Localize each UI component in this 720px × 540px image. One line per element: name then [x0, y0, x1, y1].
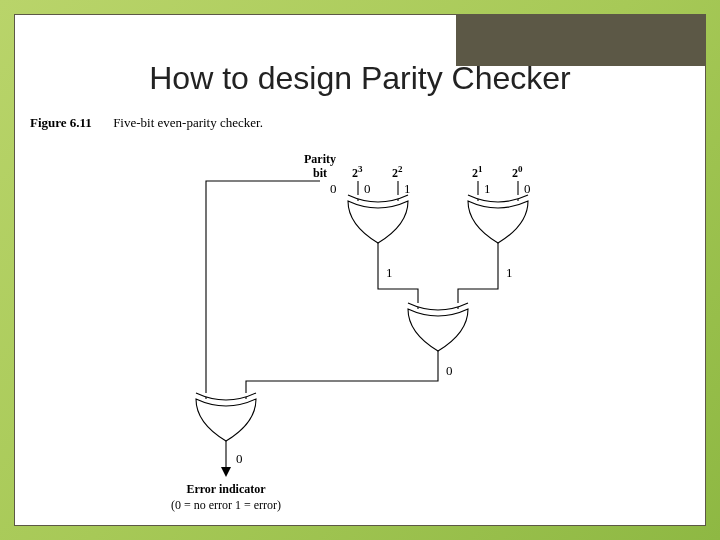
output-arrow-icon — [221, 467, 231, 477]
figure-caption: Figure 6.11 Five-bit even-parity checker… — [30, 115, 690, 131]
bit3-value: 0 — [364, 181, 371, 196]
figure-number: Figure 6.11 — [30, 115, 92, 130]
slide-title: How to design Parity Checker — [14, 60, 706, 97]
xor-gate-a — [348, 195, 408, 243]
gate-a-output: 1 — [386, 265, 393, 280]
circuit-svg: Parity bit 23 22 21 20 0 0 1 — [30, 149, 670, 519]
bit-header-2: 22 — [392, 164, 403, 180]
gate-b-output: 1 — [506, 265, 513, 280]
output-label: Error indicator — [186, 482, 266, 496]
parity-value: 0 — [330, 181, 337, 196]
figure: Figure 6.11 Five-bit even-parity checker… — [30, 115, 690, 520]
xor-gate-c — [408, 303, 468, 351]
gate-c-output: 0 — [446, 363, 453, 378]
figure-caption-text: Five-bit even-parity checker. — [113, 115, 263, 130]
xor-gate-d — [196, 393, 256, 441]
bit-header-3: 23 — [352, 164, 363, 180]
parity-label-2: bit — [313, 166, 327, 180]
bit-header-0: 20 — [512, 164, 523, 180]
bit-header-1: 21 — [472, 164, 483, 180]
bit2-value: 1 — [404, 181, 411, 196]
xor-gate-b — [468, 195, 528, 243]
parity-label-1: Parity — [304, 152, 336, 166]
bit0-value: 0 — [524, 181, 531, 196]
output-legend: (0 = no error 1 = error) — [171, 498, 281, 512]
gate-d-output: 0 — [236, 451, 243, 466]
circuit-diagram: Parity bit 23 22 21 20 0 0 1 — [30, 149, 690, 520]
corner-decoration — [456, 14, 706, 66]
parity-wire — [206, 181, 320, 399]
bit1-value: 1 — [484, 181, 491, 196]
slide: How to design Parity Checker Figure 6.11… — [0, 0, 720, 540]
